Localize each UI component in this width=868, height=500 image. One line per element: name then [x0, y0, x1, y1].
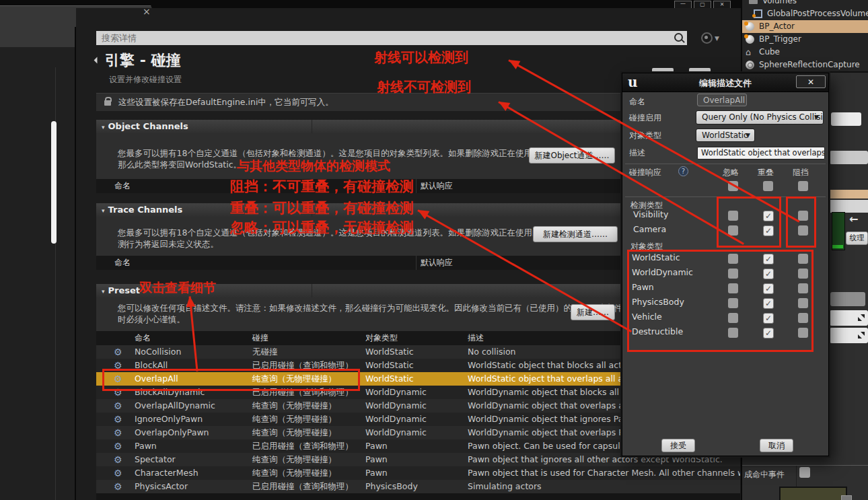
trace-row-label: Visibility — [633, 209, 668, 219]
object-row-label: Pawn — [632, 282, 654, 292]
worlddynamic-checkbox-block[interactable] — [798, 269, 808, 279]
resize-grip-icon — [858, 332, 865, 339]
details-input-fragment[interactable] — [831, 112, 861, 126]
column-divider[interactable] — [416, 179, 417, 193]
preset-name: BlockAll — [135, 359, 168, 372]
object-row-label: Destructible — [632, 326, 683, 336]
pawn-checkbox-ignore[interactable] — [728, 283, 738, 293]
details-bar-fragment[interactable] — [830, 151, 868, 164]
preset-object-type: WorldDynamic — [365, 399, 427, 413]
dialog-divider — [625, 197, 826, 197]
outliner-item-label: BP_Actor — [759, 20, 795, 33]
destructible-checkbox-block[interactable] — [798, 328, 808, 338]
preset-object-type: WorldDynamic — [365, 413, 427, 426]
camera-checkbox-overlap[interactable]: ✓ — [763, 225, 774, 236]
eye-dropdown-caret-icon[interactable]: ▼ — [715, 35, 719, 42]
preset-name: OverlapAll — [135, 372, 178, 386]
world-outliner-panel: VolumesGlobalPostProcessVolumeBP_ActorBP… — [742, 0, 868, 71]
section-expander-icon: ▾ — [102, 288, 105, 295]
outliner-item-BP_Actor[interactable]: BP_Actor — [742, 20, 868, 33]
gear-icon: ⚙ — [114, 399, 122, 413]
visibility-checkbox-overlap[interactable]: ✓ — [763, 211, 774, 221]
name-label: 命名 — [629, 96, 645, 108]
collision-enabled-dropdown[interactable]: ▼Query Only (No Physics Collisio — [696, 110, 824, 124]
accept-button[interactable]: 接受 — [661, 439, 695, 452]
vehicle-checkbox-block[interactable] — [798, 313, 808, 323]
preset-object-type: Pawn — [365, 466, 388, 480]
gear-icon: ⚙ — [114, 386, 122, 399]
table-row[interactable]: ⚙CharacterMesh纯查询（无物理碰撞）PawnPawn object … — [96, 466, 740, 480]
outliner-item-Cube[interactable]: ⌂Cube — [742, 46, 868, 59]
pawn-checkbox-block[interactable] — [798, 283, 808, 293]
column-name: 命名 — [135, 331, 151, 345]
column-divider[interactable] — [416, 256, 417, 270]
config-info-text: 这些设置被保存在DefaultEngine.ini中，它当前可写入。 — [118, 97, 334, 108]
details-gray-bar-fragment[interactable] — [830, 292, 865, 306]
preset-collision: 已启用碰撞（查询和物理） — [252, 480, 353, 493]
hit-event-checkbox[interactable] — [799, 467, 810, 478]
details-light-bar-fragment[interactable] — [830, 200, 868, 213]
worlddynamic-checkbox-overlap[interactable]: ✓ — [763, 269, 774, 279]
outliner-item-SphereReflectionCapture[interactable]: SphereReflectionCapture — [742, 59, 868, 71]
preset-object-type: WorldStatic — [365, 372, 414, 386]
gear-icon: ⚙ — [114, 372, 122, 386]
texture-button[interactable]: 纹理 — [846, 231, 868, 245]
object-type-dropdown[interactable]: ▼WorldStatic — [696, 129, 755, 142]
response-master-checkbox-block[interactable] — [798, 181, 808, 191]
orange-dot-icon — [744, 22, 748, 26]
outliner-item-label: SphereReflectionCapture — [759, 59, 860, 71]
new-trace-channel-button[interactable]: 新建检测通道…… — [533, 226, 618, 242]
section-title: Trace Channels — [108, 205, 183, 215]
pawn-checkbox-overlap[interactable]: ✓ — [763, 283, 774, 294]
vehicle-checkbox-overlap[interactable]: ✓ — [763, 313, 774, 324]
gear-icon: ⚙ — [114, 480, 122, 493]
response-master-checkbox-overlap[interactable] — [763, 181, 773, 191]
response-column-overlap: 重叠 — [758, 167, 774, 178]
worldstatic-checkbox-ignore[interactable] — [728, 254, 738, 264]
cancel-button[interactable]: 取消 — [760, 439, 793, 452]
visibility-checkbox-ignore[interactable] — [728, 211, 738, 221]
preset-collision: 纯查询（无物理碰撞） — [252, 453, 336, 466]
camera-checkbox-block[interactable] — [798, 225, 808, 236]
page-title: 引擎 - 碰撞 — [105, 50, 180, 71]
new-object-channel-button[interactable]: 新建Object通道…… — [529, 147, 615, 164]
trace-channels-desc-line2: 测行为将返回未定义状态。 — [118, 239, 219, 250]
outliner-item-Volumes[interactable]: Volumes — [742, 0, 868, 7]
physicsbody-checkbox-overlap[interactable]: ✓ — [763, 298, 774, 309]
vehicle-checkbox-ignore[interactable] — [728, 313, 738, 323]
worldstatic-checkbox-block[interactable] — [798, 254, 808, 264]
destructible-checkbox-ignore[interactable] — [728, 328, 738, 338]
outliner-item-label: Volumes — [762, 0, 797, 7]
table-row[interactable]: ⚙PhysicsActor已启用碰撞（查询和物理）PhysicsBodySimu… — [96, 480, 740, 493]
worlddynamic-checkbox-ignore[interactable] — [728, 269, 738, 279]
new-preset-button[interactable]: 新建…… — [571, 304, 615, 320]
physicsbody-checkbox-block[interactable] — [798, 298, 808, 308]
sidebar-scrollbar[interactable] — [51, 121, 57, 244]
response-master-checkbox-ignore[interactable] — [728, 181, 738, 191]
destructible-checkbox-overlap[interactable]: ✓ — [763, 328, 774, 338]
worldstatic-checkbox-overlap[interactable]: ✓ — [763, 254, 774, 264]
tab-close-icon[interactable]: × — [143, 6, 151, 17]
details-field-fragment[interactable] — [830, 328, 868, 343]
description-input[interactable]: WorldStatic object that overlaps all a — [697, 147, 825, 159]
outliner-item-GlobalPostProcessVolume[interactable]: GlobalPostProcessVolume — [742, 7, 868, 20]
preset-name: OverlapAllDynamic — [135, 399, 215, 413]
back-arrow-icon[interactable]: ← — [849, 213, 858, 225]
preset-collision: 纯查询（无物理碰撞） — [252, 413, 336, 426]
details-field-fragment[interactable] — [830, 310, 868, 326]
outliner-item-BP_Trigger[interactable]: BP_Trigger — [742, 33, 868, 46]
preset-name: NoCollision — [135, 345, 181, 359]
column-collision: 碰撞 — [252, 331, 268, 345]
material-thumbnail[interactable] — [779, 487, 847, 500]
physicsbody-checkbox-ignore[interactable] — [728, 298, 738, 308]
help-icon[interactable]: ? — [678, 166, 688, 176]
preset-collision: 已启用碰撞（查询和物理） — [252, 359, 353, 372]
preset-name: CharacterMesh — [135, 466, 198, 480]
preset-collision: 纯查询（无物理碰撞） — [252, 426, 336, 439]
dialog-close-button[interactable]: ✕ — [796, 75, 826, 88]
visibility-checkbox-block[interactable] — [798, 211, 808, 221]
grid-button-partial[interactable] — [841, 495, 852, 500]
search-input[interactable]: 搜索详情 — [96, 31, 687, 45]
camera-checkbox-ignore[interactable] — [728, 225, 738, 236]
preset-object-type: WorldDynamic — [365, 426, 427, 439]
